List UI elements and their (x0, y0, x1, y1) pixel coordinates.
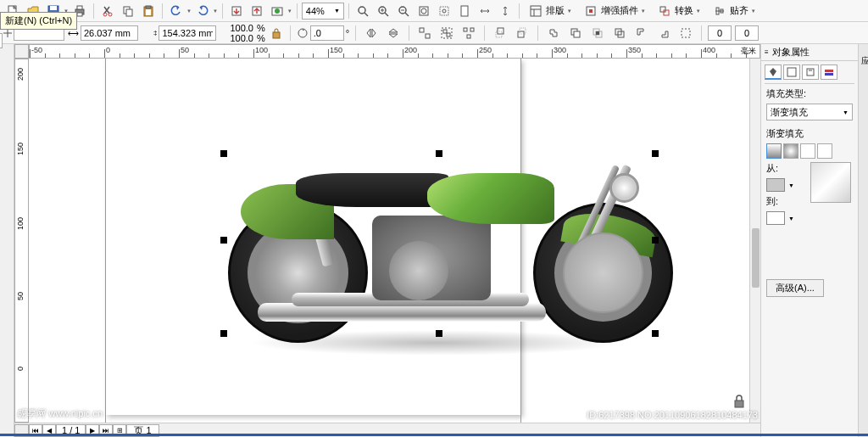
text-tab[interactable] (802, 64, 819, 80)
ruler-corner[interactable] (14, 44, 29, 59)
new-button[interactable]: 新建(N) (Ctrl+N) (3, 2, 22, 20)
web-tab[interactable] (821, 64, 837, 80)
zoom-fit-icon[interactable] (415, 2, 433, 20)
chevron-down-icon: ▼ (751, 8, 756, 14)
weld-icon[interactable] (544, 24, 563, 42)
square-gradient-button[interactable] (817, 143, 832, 159)
zoom-height-icon[interactable] (496, 2, 515, 20)
tooltip-new: 新建(N) (Ctrl+N) (0, 12, 77, 30)
canvas-wrap: 毫米 -50050100150200250300350400450 200150… (14, 44, 760, 437)
selection-handle-mr[interactable] (652, 237, 659, 244)
plugins-menu[interactable]: 增强插件 ▼ (579, 3, 651, 20)
redo-dropdown-icon[interactable]: ▼ (213, 8, 218, 14)
svg-point-28 (421, 8, 426, 14)
advanced-button[interactable]: 高级(A)... (766, 279, 824, 297)
y-input[interactable] (0, 33, 3, 48)
conical-gradient-button[interactable] (800, 143, 815, 159)
selection-handle-bm[interactable] (436, 330, 442, 337)
width-input[interactable] (81, 25, 138, 41)
copies-x-input[interactable] (708, 25, 732, 41)
panel-tabs (761, 61, 858, 83)
fill-type-select[interactable]: 渐变填充▼ (766, 104, 853, 120)
ungroup-all-icon[interactable] (459, 24, 478, 42)
radial-gradient-button[interactable] (783, 143, 798, 159)
selection-handle-tr[interactable] (652, 150, 659, 157)
scrollbar-thumb[interactable] (752, 228, 760, 288)
zoom-page-icon[interactable] (455, 2, 474, 20)
zoom-width-icon[interactable] (476, 2, 494, 20)
gradient-section-label: 渐变填充 (766, 127, 853, 140)
zoom-level-input[interactable]: 44%▼ (302, 3, 344, 20)
to-back-icon[interactable] (513, 24, 531, 42)
zoom-selection-icon[interactable] (435, 2, 453, 20)
docker-tab-1[interactable]: 应 (859, 44, 868, 54)
svg-rect-37 (660, 7, 665, 12)
undo-button[interactable] (167, 2, 186, 20)
transform-menu[interactable]: 转换 ▼ (653, 3, 706, 20)
watermark-id: ID:6217398 NO:20110906182810484173 (587, 410, 758, 420)
export-button[interactable] (248, 2, 266, 20)
zoom-out-icon[interactable] (394, 2, 413, 20)
svg-rect-5 (77, 6, 82, 9)
group-icon[interactable] (437, 24, 456, 42)
ungroup-icon[interactable] (415, 24, 434, 42)
to-front-icon[interactable] (491, 24, 509, 42)
redo-button[interactable] (193, 2, 212, 20)
layout-menu[interactable]: 排版 ▼ (524, 3, 577, 20)
selection-handle-tl[interactable] (220, 150, 227, 157)
rotation-input[interactable] (310, 25, 344, 41)
from-color-swatch[interactable] (766, 178, 785, 192)
selection-handle-tm[interactable] (436, 150, 442, 157)
height-input[interactable] (159, 25, 216, 41)
object-properties-panel: ≡ 对象属性 填充类型: 渐变填充▼ 渐变填充 从 (760, 44, 858, 437)
chevron-down-icon: ▼ (641, 8, 646, 14)
import-button[interactable] (227, 2, 246, 20)
linear-gradient-button[interactable] (766, 143, 782, 159)
cut-button[interactable] (98, 2, 117, 20)
simplify-icon[interactable] (610, 24, 629, 42)
to-color-swatch[interactable] (766, 211, 785, 225)
svg-point-18 (359, 7, 365, 14)
search-icon[interactable] (353, 2, 372, 20)
copies-y-input[interactable] (735, 25, 759, 41)
x-icon (3, 29, 12, 37)
svg-rect-10 (126, 9, 132, 16)
boundary-icon[interactable] (676, 24, 695, 42)
publish-button[interactable] (268, 2, 287, 20)
svg-rect-13 (146, 9, 151, 15)
mirror-v-icon[interactable] (384, 24, 403, 42)
lock-aspect-icon[interactable] (269, 25, 284, 41)
svg-rect-50 (447, 33, 450, 36)
front-minus-back-icon[interactable] (632, 24, 651, 42)
publish-dropdown-icon[interactable]: ▼ (287, 8, 292, 14)
motorcycle-object[interactable] (224, 126, 648, 347)
svg-point-30 (442, 9, 446, 13)
undo-dropdown-icon[interactable]: ▼ (186, 8, 192, 14)
paste-button[interactable] (139, 2, 158, 20)
lock-icon[interactable] (733, 395, 745, 408)
vertical-ruler[interactable]: 200150100500 (14, 59, 29, 423)
trim-icon[interactable] (566, 24, 585, 42)
align-menu[interactable]: 贴齐 ▼ (708, 3, 761, 20)
back-minus-front-icon[interactable] (654, 24, 673, 42)
svg-rect-31 (461, 6, 468, 16)
copy-button[interactable] (119, 2, 137, 20)
svg-rect-67 (787, 68, 796, 76)
fill-tab[interactable] (765, 64, 782, 80)
selection-handle-bl[interactable] (220, 330, 227, 337)
vertical-scrollbar[interactable] (749, 59, 760, 423)
panel-title-label: 对象属性 (772, 46, 810, 59)
intersect-icon[interactable] (588, 24, 607, 42)
canvas[interactable] (29, 59, 749, 423)
scale-x-value: 100.0 (230, 23, 253, 33)
selection-handle-br[interactable] (652, 330, 659, 337)
zoom-in-icon[interactable] (374, 2, 392, 20)
svg-rect-36 (589, 9, 593, 13)
horizontal-ruler[interactable]: 毫米 -50050100150200250300350400450 (29, 44, 760, 59)
svg-rect-12 (146, 6, 151, 8)
chevron-down-icon: ▼ (696, 8, 701, 14)
svg-rect-53 (467, 35, 470, 38)
mirror-h-icon[interactable] (362, 24, 381, 42)
selection-handle-ml[interactable] (220, 237, 227, 244)
outline-tab[interactable] (783, 64, 800, 80)
